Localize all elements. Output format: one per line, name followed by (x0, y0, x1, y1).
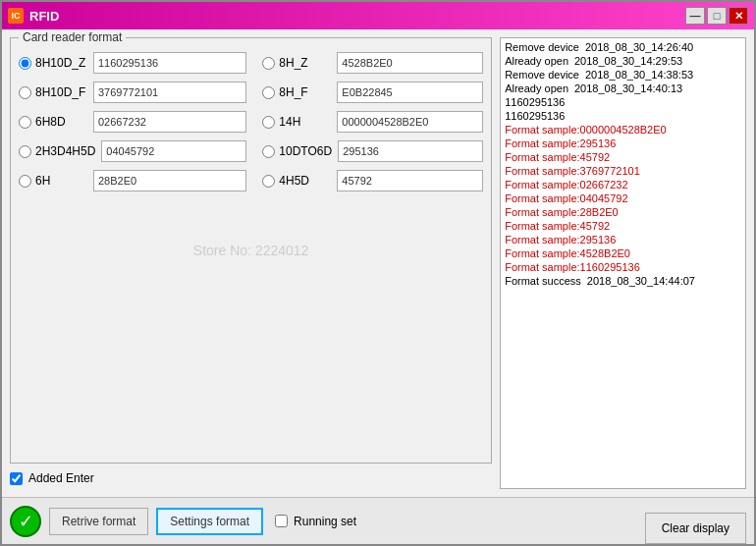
window-title: RFID (29, 9, 685, 24)
log-entry: Format sample:04045792 (505, 191, 741, 205)
left-panel: Card reader format 8H10D_Z8H_Z8H10D_F8H_… (10, 37, 492, 489)
format-radio-label-6H[interactable]: 6H (19, 174, 87, 188)
format-label-2H3D4H5D: 2H3D4H5D (35, 144, 95, 158)
running-set-checkbox[interactable] (275, 515, 288, 527)
format-row: 8H_Z (262, 52, 483, 74)
format-radio-label-10DTO6D[interactable]: 10DTO6D (262, 144, 332, 158)
format-value-10DTO6D[interactable] (338, 140, 483, 162)
format-value-8H10D_Z[interactable] (93, 52, 246, 74)
added-enter-checkbox[interactable] (10, 472, 23, 485)
format-value-8H10D_F[interactable] (93, 82, 246, 103)
log-entry: Already open2018_08_30_14:40:13 (505, 82, 741, 95)
format-row: 8H_F (262, 82, 483, 103)
format-row: 8H10D_Z (19, 52, 246, 74)
format-row: 2H3D4H5D (19, 140, 246, 162)
settings-format-button[interactable]: Settings format (156, 508, 263, 535)
log-time: 2018_08_30_14:38:53 (585, 69, 693, 81)
log-format-value: Format sample:295136 (505, 137, 616, 149)
format-label-6H: 6H (35, 174, 50, 188)
format-value-4H5D[interactable] (337, 170, 483, 191)
log-entry: Format sample:1160295136 (505, 260, 741, 274)
close-button[interactable]: ✕ (729, 7, 748, 25)
format-radio-8H10D_F[interactable] (19, 86, 31, 99)
bottom-left: Added Enter (10, 467, 492, 489)
card-reader-format-group: Card reader format 8H10D_Z8H_Z8H10D_F8H_… (10, 37, 492, 464)
running-set-label: Running set (294, 515, 356, 528)
format-radio-4H5D[interactable] (262, 175, 275, 188)
format-radio-8H_F[interactable] (262, 86, 275, 99)
retrive-format-button[interactable]: Retrive format (49, 508, 148, 535)
format-label-4H5D: 4H5D (279, 174, 309, 188)
confirm-button[interactable]: ✓ (10, 506, 41, 537)
format-value-8H_Z[interactable] (337, 52, 483, 74)
log-entry: Format sample:28B2E0 (505, 205, 741, 219)
format-value-6H8D[interactable] (93, 111, 246, 133)
maximize-button[interactable]: □ (707, 7, 727, 25)
log-action: Remove device (505, 69, 579, 81)
log-entry: Format sample:4528B2E0 (505, 246, 741, 260)
minimize-button[interactable]: — (685, 7, 705, 25)
log-action: Already open (505, 55, 568, 67)
format-value-14H[interactable] (337, 111, 483, 133)
format-radio-8H_Z[interactable] (262, 57, 275, 70)
log-entry: Format sample:3769772101 (505, 164, 741, 178)
format-row: 10DTO6D (262, 140, 483, 162)
log-format-value: Format sample:0000004528B2E0 (505, 124, 667, 136)
log-entry: Format sample:295136 (505, 136, 741, 150)
format-radio-10DTO6D[interactable] (262, 145, 275, 158)
log-time: 2018_08_30_14:44:07 (587, 275, 695, 287)
format-value-6H[interactable] (93, 170, 246, 191)
log-time: 2018_08_30_14:40:13 (574, 82, 682, 94)
format-radio-label-4H5D[interactable]: 4H5D (262, 174, 331, 188)
format-radio-label-8H_F[interactable]: 8H_F (262, 85, 331, 99)
format-radio-label-6H8D[interactable]: 6H8D (19, 115, 87, 129)
log-entry: Format sample:45792 (505, 150, 741, 164)
format-radio-label-8H10D_Z[interactable]: 8H10D_Z (19, 56, 87, 70)
log-format-value: Format sample:4528B2E0 (505, 247, 630, 259)
format-grid: 8H10D_Z8H_Z8H10D_F8H_F6H8D14H2H3D4H5D10D… (19, 52, 483, 191)
format-radio-label-14H[interactable]: 14H (262, 115, 331, 129)
log-raw-value: 1160295136 (505, 110, 565, 122)
main-content: Card reader format 8H10D_Z8H_Z8H10D_F8H_… (2, 29, 754, 497)
log-action: Format success (505, 275, 581, 287)
added-enter-row: Added Enter (10, 471, 492, 485)
format-label-8H10D_F: 8H10D_F (35, 85, 85, 99)
right-panel: Remove device2018_08_30_14:26:40Already … (500, 37, 746, 489)
log-action: Already open (505, 82, 568, 94)
format-value-2H3D4H5D[interactable] (101, 140, 246, 162)
log-entry: Format sample:0000004528B2E0 (505, 123, 741, 136)
format-radio-label-8H_Z[interactable]: 8H_Z (262, 56, 331, 70)
format-label-14H: 14H (279, 115, 300, 129)
format-row: 6H (19, 170, 246, 191)
format-radio-14H[interactable] (262, 116, 275, 129)
format-radio-label-8H10D_F[interactable]: 8H10D_F (19, 85, 87, 99)
log-raw-value: 1160295136 (505, 96, 565, 108)
format-row: 8H10D_F (19, 82, 246, 103)
log-format-value: Format sample:45792 (505, 220, 610, 232)
format-radio-6H[interactable] (19, 175, 31, 188)
format-row: 14H (262, 111, 483, 133)
format-value-8H_F[interactable] (337, 82, 483, 103)
log-entry: Format sample:02667232 (505, 178, 741, 191)
format-radio-8H10D_Z[interactable] (19, 57, 31, 70)
window-controls: — □ ✕ (685, 7, 748, 25)
format-radio-2H3D4H5D[interactable] (19, 145, 31, 158)
added-enter-label: Added Enter (28, 471, 94, 485)
log-action: Remove device (505, 41, 579, 53)
log-format-value: Format sample:02667232 (505, 179, 627, 191)
format-label-8H10D_Z: 8H10D_Z (35, 56, 85, 70)
log-format-value: Format sample:28B2E0 (505, 206, 619, 218)
clear-display-button[interactable]: Clear display (645, 513, 746, 544)
log-time: 2018_08_30_14:29:53 (574, 55, 682, 67)
log-box[interactable]: Remove device2018_08_30_14:26:40Already … (500, 37, 746, 489)
format-label-8H_F: 8H_F (279, 85, 307, 99)
log-format-value: Format sample:45792 (505, 151, 610, 163)
watermark: Store No: 2224012 (193, 243, 309, 258)
format-label-8H_Z: 8H_Z (279, 56, 307, 70)
log-format-value: Format sample:04045792 (505, 192, 627, 204)
app-icon: IC (8, 8, 24, 24)
format-radio-6H8D[interactable] (19, 116, 31, 129)
log-time: 2018_08_30_14:26:40 (585, 41, 693, 53)
format-row: 6H8D (19, 111, 246, 133)
format-radio-label-2H3D4H5D[interactable]: 2H3D4H5D (19, 144, 95, 158)
